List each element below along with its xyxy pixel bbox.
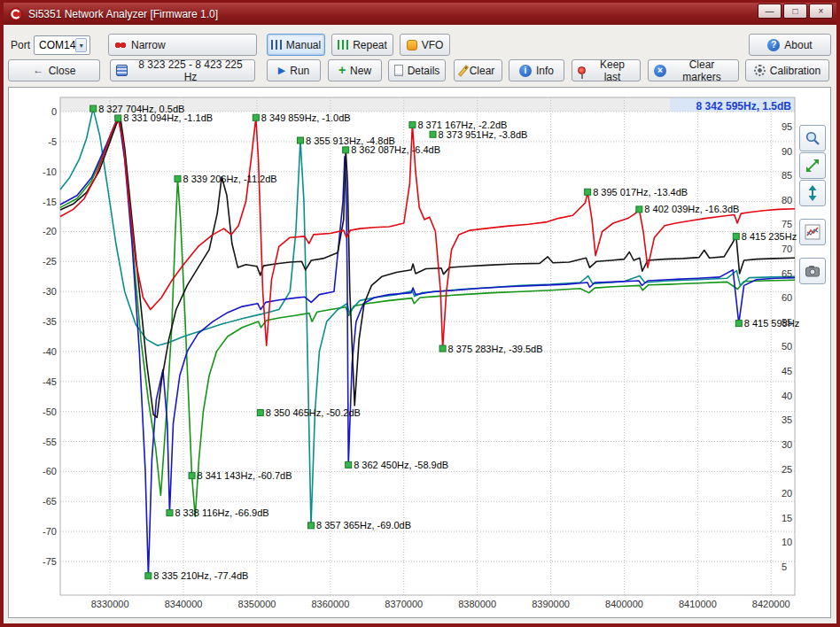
x-tick-label: 8370000 <box>385 599 423 609</box>
chart-marker-label: 8 349 859Hz, -1.0dB <box>261 112 351 123</box>
manual-button[interactable]: Manual <box>267 34 325 56</box>
details-button[interactable]: Details <box>388 59 446 81</box>
chart-marker[interactable] <box>733 233 739 239</box>
chart-marker-label: 8 362 450Hz, -58.9dB <box>354 460 448 470</box>
frequency-range-button[interactable]: 8 323 225 - 8 423 225 Hz <box>110 59 255 81</box>
chart-marker[interactable] <box>189 473 195 479</box>
manual-icon <box>271 40 282 50</box>
chart-marker[interactable] <box>735 321 742 327</box>
close-window-button[interactable]: × <box>809 4 833 19</box>
port-label: Port <box>11 39 30 51</box>
chart-marker-label: 8 357 365Hz, -69.0dB <box>316 520 411 530</box>
y-left-tick-label: -10 <box>43 166 57 177</box>
cursor-readout: 8 342 595Hz, 1.5dB <box>696 100 792 112</box>
info-button[interactable]: i Info <box>509 59 564 81</box>
clear-markers-icon: × <box>654 65 666 77</box>
network-analyzer-plot[interactable]: 8 327 704Hz, 0.5dB8 331 094Hz, -1.1dB8 3… <box>9 88 830 617</box>
new-icon: + <box>338 65 346 76</box>
keep-last-button[interactable]: Keep last <box>572 59 641 81</box>
y-right-tick-label: 30 <box>782 439 792 450</box>
about-label: About <box>784 39 812 51</box>
vfo-icon <box>407 40 417 50</box>
maximize-button[interactable]: □ <box>783 4 807 19</box>
y-right-tick-label: 80 <box>782 195 792 205</box>
info-icon: i <box>519 65 532 77</box>
chart-marker[interactable] <box>253 114 259 120</box>
screenshot-tool-button[interactable] <box>799 258 826 284</box>
x-tick-label: 8340000 <box>165 599 203 609</box>
port-value: COM14 <box>39 39 75 51</box>
chart-marker[interactable] <box>308 522 315 529</box>
new-button[interactable]: + New <box>328 59 382 81</box>
about-button[interactable]: ? About <box>749 34 831 56</box>
repeat-button[interactable]: Repeat <box>331 34 393 56</box>
minimize-button[interactable]: — <box>758 4 782 19</box>
gear-icon <box>754 65 766 76</box>
y-right-tick-label: 15 <box>782 513 792 523</box>
chart-marker[interactable] <box>343 147 349 153</box>
run-button[interactable]: ▶ Run <box>267 59 321 81</box>
clear-markers-button[interactable]: × Clear markers <box>648 59 739 81</box>
x-tick-label: 8410000 <box>679 599 717 609</box>
y-left-tick-label: -5 <box>48 136 57 147</box>
magnifier-icon <box>805 130 821 146</box>
y-right-tick-label: 10 <box>782 537 792 547</box>
clear-button[interactable]: Clear <box>454 59 502 81</box>
chart-marker[interactable] <box>346 461 352 468</box>
chart-marker-label: 8 402 039Hz, -16.3dB <box>644 204 739 214</box>
chart-marker[interactable] <box>636 206 642 213</box>
close-button[interactable]: ← Close <box>8 59 100 81</box>
calibration-button[interactable]: Calibration <box>745 59 829 81</box>
x-tick-label: 8360000 <box>311 599 349 609</box>
narrow-icon <box>114 39 127 51</box>
narrow-button[interactable]: Narrow <box>108 34 257 56</box>
x-tick-label: 8330000 <box>91 599 129 609</box>
y-right-tick-label: 85 <box>782 170 792 181</box>
frequency-range-icon <box>116 65 128 76</box>
chart-marker[interactable] <box>90 105 97 112</box>
y-right-tick-label: 90 <box>782 146 792 157</box>
chart-marker[interactable] <box>145 573 152 579</box>
chart-panel: 8 327 704Hz, 0.5dB8 331 094Hz, -1.1dB8 3… <box>8 87 831 618</box>
fit-tool-button[interactable] <box>799 152 826 179</box>
chart-marker[interactable] <box>167 510 173 516</box>
vfo-button[interactable]: VFO <box>400 34 450 56</box>
chart-marker-label: 8 415 235Hz <box>742 231 797 242</box>
window-title: Si5351 Network Analyzer [Firmware 1.0] <box>28 8 218 20</box>
chevron-down-icon: ▼ <box>75 38 87 52</box>
chart-marker[interactable] <box>257 410 263 416</box>
chart-marker[interactable] <box>430 131 436 137</box>
y-right-tick-label: 35 <box>782 414 792 425</box>
y-right-tick-label: 50 <box>782 341 792 352</box>
y-left-tick-label: -25 <box>43 256 57 267</box>
zoom-tool-button[interactable] <box>799 125 826 151</box>
chart-marker[interactable] <box>409 121 416 128</box>
port-select[interactable]: COM14 ▼ <box>34 35 90 55</box>
y-left-tick-label: -30 <box>43 286 57 297</box>
chart-marker-label: 8 395 017Hz, -13.4dB <box>593 187 688 197</box>
chart-marker-label: 8 350 465Hz, -50.2dB <box>266 407 361 418</box>
app-window: Si5351 Network Analyzer [Firmware 1.0] —… <box>0 0 840 627</box>
title-bar[interactable]: Si5351 Network Analyzer [Firmware 1.0] <box>4 3 836 25</box>
chart-marker[interactable] <box>585 189 591 195</box>
x-tick-label: 8350000 <box>238 599 276 609</box>
camera-icon <box>805 263 821 279</box>
vertical-scale-tool-button[interactable] <box>799 180 826 206</box>
y-left-tick-label: -20 <box>43 226 57 236</box>
repeat-label: Repeat <box>353 39 387 51</box>
calibration-label: Calibration <box>770 65 821 77</box>
y-left-tick-label: 0 <box>51 106 57 117</box>
clear-icon <box>458 65 469 76</box>
x-tick-label: 8420000 <box>752 599 790 609</box>
graph-tool-button[interactable] <box>799 219 826 245</box>
chart-marker[interactable] <box>439 345 446 352</box>
keep-last-icon <box>578 66 586 74</box>
about-icon: ? <box>767 39 780 51</box>
x-tick-label: 8390000 <box>532 599 570 609</box>
chart-marker-label: 8 362 087Hz, -6.4dB <box>351 144 440 155</box>
y-left-tick-label: -60 <box>43 466 57 476</box>
narrow-label: Narrow <box>131 39 166 51</box>
chart-marker[interactable] <box>115 115 121 121</box>
chart-marker[interactable] <box>175 175 181 182</box>
chart-marker[interactable] <box>297 137 303 143</box>
